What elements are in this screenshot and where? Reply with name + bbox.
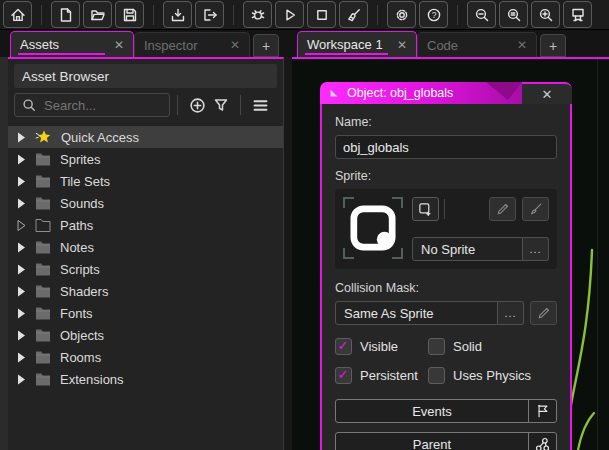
run-button[interactable] (275, 1, 304, 28)
tree-item-rooms[interactable]: Rooms (8, 346, 283, 368)
tree-item-fonts[interactable]: Fonts (8, 302, 283, 324)
collapse-icon[interactable] (329, 88, 339, 98)
close-icon[interactable]: ✕ (230, 38, 240, 52)
collision-mask-row: Same As Sprite ... (335, 301, 557, 325)
close-icon[interactable]: ✕ (397, 38, 407, 52)
create-asset-button[interactable] (185, 93, 209, 117)
browser-menu-button[interactable] (248, 93, 272, 117)
chevron-right-icon[interactable] (17, 198, 26, 209)
chevron-right-icon[interactable] (17, 220, 26, 231)
target-device-button[interactable] (563, 1, 592, 28)
tab-code[interactable]: Code ✕ (417, 32, 537, 57)
object-window-titlebar[interactable]: Object: obj_globals ✕ (320, 82, 572, 104)
tree-item-shaders[interactable]: Shaders (8, 280, 283, 302)
parent-button[interactable]: Parent (335, 432, 557, 450)
chevron-right-icon[interactable] (17, 154, 26, 165)
new-project-button[interactable] (51, 1, 80, 28)
bug-icon (250, 7, 266, 23)
clean-button[interactable] (339, 1, 368, 28)
chevron-right-icon[interactable] (17, 374, 26, 385)
search-input[interactable] (42, 97, 156, 114)
home-button[interactable] (3, 1, 32, 28)
checkbox-icon[interactable] (428, 367, 445, 384)
zoom-in-button[interactable] (531, 1, 560, 28)
chevron-right-icon[interactable] (17, 286, 26, 297)
tree-item-objects[interactable]: Objects (8, 324, 283, 346)
chevron-right-icon[interactable] (17, 352, 26, 363)
tree-item-notes[interactable]: Notes (8, 236, 283, 258)
edit-image-button[interactable] (522, 197, 549, 221)
sprite-thumbnail[interactable] (343, 197, 403, 259)
solid-checkbox[interactable]: Solid (428, 338, 557, 355)
sprite-browse-button[interactable]: ... (523, 237, 549, 261)
tab-workspace-1[interactable]: Workspace 1 ✕ (297, 31, 417, 57)
chevron-right-icon[interactable] (17, 176, 26, 187)
checkbox-icon[interactable] (428, 338, 445, 355)
tree-item-extensions[interactable]: Extensions (8, 368, 283, 390)
collision-browse-button[interactable]: ... (498, 301, 524, 325)
zoom-reset-button[interactable] (499, 1, 528, 28)
search-box[interactable] (14, 93, 170, 117)
stop-button[interactable] (307, 1, 336, 28)
add-workspace-button[interactable]: + (540, 34, 566, 57)
debug-button[interactable] (243, 1, 272, 28)
events-icon-area (528, 400, 556, 422)
close-icon[interactable]: ✕ (517, 38, 527, 52)
help-button[interactable]: ? (419, 1, 448, 28)
asset-browser-title: Asset Browser (22, 69, 109, 84)
tree-item-tile-sets[interactable]: Tile Sets (8, 170, 283, 192)
close-icon[interactable]: ✕ (542, 87, 553, 102)
close-icon[interactable]: ✕ (114, 38, 124, 52)
name-label: Name: (335, 115, 557, 129)
checkbox-icon[interactable] (335, 367, 352, 384)
tab-label: Workspace 1 (307, 37, 383, 52)
tree-item-sprites[interactable]: Sprites (8, 148, 283, 170)
name-input[interactable] (336, 139, 556, 156)
workspace-tabs: Workspace 1 ✕ Code ✕ + (297, 31, 566, 57)
edit-sprite-button[interactable] (489, 197, 516, 221)
filter-button[interactable] (209, 93, 233, 117)
tree-item-label: Quick Access (61, 130, 139, 145)
edit-collision-mask-button[interactable] (530, 301, 557, 325)
visible-checkbox[interactable]: Visible (335, 338, 428, 355)
asset-search-row (14, 92, 277, 118)
open-project-button[interactable] (83, 1, 112, 28)
collision-mask-dropdown[interactable]: Same As Sprite ... (335, 301, 524, 325)
tree-item-sounds[interactable]: Sounds (8, 192, 283, 214)
add-dock-tab-button[interactable]: + (253, 34, 279, 57)
folder-icon (35, 241, 51, 254)
chevron-right-icon[interactable] (17, 242, 26, 253)
new-sprite-button[interactable] (412, 197, 439, 221)
tree-item-label: Paths (60, 218, 93, 233)
sprite-dropdown-value[interactable]: No Sprite (412, 237, 523, 261)
tab-assets[interactable]: Assets ✕ (10, 31, 134, 57)
tree-item-quick-access[interactable]: Quick Access (8, 126, 283, 148)
chevron-right-icon[interactable] (17, 264, 26, 275)
chevron-right-icon[interactable] (17, 132, 26, 143)
import-icon (170, 7, 186, 23)
save-project-button[interactable] (115, 1, 144, 28)
tab-inspector[interactable]: Inspector ✕ (134, 32, 250, 57)
zoom-out-button[interactable] (467, 1, 496, 28)
checkbox-icon[interactable] (335, 338, 352, 355)
tree-item-label: Scripts (60, 262, 100, 277)
sprite-dropdown[interactable]: No Sprite ... (412, 237, 549, 261)
export-resources-button[interactable] (195, 1, 224, 28)
no-sprite-icon (350, 205, 396, 251)
import-resources-button[interactable] (163, 1, 192, 28)
settings-button[interactable] (387, 1, 416, 28)
persistent-checkbox[interactable]: Persistent (335, 367, 428, 384)
toolbar-divider (233, 5, 234, 25)
name-field[interactable] (335, 135, 557, 159)
collision-mask-value[interactable]: Same As Sprite (335, 301, 498, 325)
sprite-buttons-row (412, 197, 549, 221)
uses-physics-checkbox[interactable]: Uses Physics (428, 367, 557, 384)
tree-item-paths[interactable]: Paths (8, 214, 283, 236)
events-button[interactable]: Events (335, 399, 557, 423)
tree-item-scripts[interactable]: Scripts (8, 258, 283, 280)
chevron-right-icon[interactable] (17, 330, 26, 341)
home-icon (10, 7, 26, 23)
chevron-right-icon[interactable] (17, 308, 26, 319)
zoom-in-icon (538, 7, 554, 23)
broom-icon (346, 7, 362, 23)
